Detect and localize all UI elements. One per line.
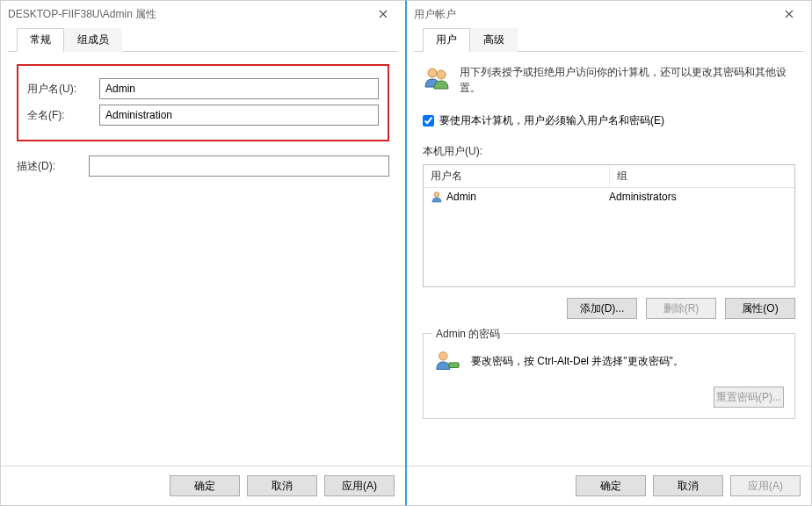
list-user-group: Administrators (609, 191, 677, 203)
highlighted-section: 用户名(U): 全名(F): (17, 64, 389, 141)
svg-point-3 (439, 352, 447, 360)
tab-general[interactable]: 常规 (17, 28, 64, 52)
column-username[interactable]: 用户名 (424, 165, 610, 187)
apply-button: 应用(A) (730, 475, 801, 496)
tabstrip: 常规 组成员 (8, 27, 398, 52)
username-row: 用户名(U): (27, 78, 379, 99)
list-user-name: Admin (446, 191, 476, 203)
dialog-body: 用下列表授予或拒绝用户访问你的计算机，还可以更改其密码和其他设置。 要使用本计算… (407, 52, 811, 466)
list-item[interactable]: Admin Administrators (424, 188, 794, 206)
svg-point-0 (428, 69, 437, 77)
username-label: 用户名(U): (27, 82, 99, 97)
apply-button[interactable]: 应用(A) (324, 475, 395, 496)
list-buttons-row: 添加(D)... 删除(R) 属性(O) (423, 298, 795, 319)
description-row: 用下列表授予或拒绝用户访问你的计算机，还可以更改其密码和其他设置。 (423, 64, 795, 96)
dialog-body: 用户名(U): 全名(F): 描述(D): (1, 52, 405, 466)
window-title: DESKTOP-FIIF38U\Admin 属性 (8, 7, 368, 22)
svg-point-1 (437, 70, 446, 79)
window-title: 用户帐户 (414, 7, 774, 22)
description-label: 描述(D): (17, 159, 89, 174)
password-groupbox: Admin 的密码 要改密码，按 Ctrl-Alt-Del 并选择"更改密码"。… (423, 333, 795, 419)
dialog-footer: 确定 取消 应用(A) (407, 466, 811, 505)
titlebar: DESKTOP-FIIF38U\Admin 属性 (1, 1, 405, 27)
description-row: 描述(D): (17, 155, 389, 177)
dialog-footer: 确定 取消 应用(A) (1, 466, 405, 505)
username-input[interactable] (99, 78, 379, 99)
titlebar: 用户帐户 (407, 1, 811, 27)
close-button[interactable] (774, 4, 804, 24)
svg-point-2 (434, 192, 439, 198)
key-user-icon (434, 348, 460, 374)
person-icon (431, 191, 443, 203)
user-accounts-dialog: 用户帐户 用户 高级 用下列表授予或拒绝用户访问你的计算机，还可以更改其密码和其… (406, 0, 812, 506)
description-text: 用下列表授予或拒绝用户访问你的计算机，还可以更改其密码和其他设置。 (460, 64, 795, 96)
close-icon (785, 10, 794, 18)
tab-advanced[interactable]: 高级 (470, 28, 518, 52)
tab-users[interactable]: 用户 (423, 28, 470, 52)
user-properties-button[interactable]: 属性(O) (725, 298, 795, 319)
description-input[interactable] (89, 155, 389, 177)
require-password-label: 要使用本计算机，用户必须输入用户名和密码(E) (439, 113, 664, 128)
password-instruction: 要改密码，按 Ctrl-Alt-Del 并选择"更改密码"。 (471, 354, 684, 369)
ok-button[interactable]: 确定 (170, 475, 240, 496)
fullname-row: 全名(F): (27, 105, 379, 126)
users-listview[interactable]: 用户名 组 Admin Administrators (423, 164, 795, 287)
users-icon (423, 64, 451, 92)
cancel-button[interactable]: 取消 (653, 475, 723, 496)
svg-rect-4 (449, 363, 459, 368)
add-user-button[interactable]: 添加(D)... (567, 298, 637, 319)
fullname-label: 全名(F): (27, 108, 99, 123)
groupbox-legend: Admin 的密码 (432, 327, 504, 342)
delete-user-button: 删除(R) (646, 298, 716, 319)
list-header: 用户名 组 (424, 165, 794, 188)
column-group[interactable]: 组 (610, 165, 795, 187)
reset-password-button: 重置密码(P)... (714, 387, 784, 408)
admin-properties-dialog: DESKTOP-FIIF38U\Admin 属性 常规 组成员 用户名(U): … (0, 0, 406, 506)
close-icon (379, 10, 388, 18)
local-users-label: 本机用户(U): (423, 144, 795, 159)
require-password-checkbox[interactable] (423, 115, 434, 126)
ok-button[interactable]: 确定 (576, 475, 646, 496)
tabstrip: 用户 高级 (414, 27, 804, 52)
require-password-row: 要使用本计算机，用户必须输入用户名和密码(E) (423, 113, 795, 128)
tab-members[interactable]: 组成员 (64, 28, 122, 52)
fullname-input[interactable] (99, 105, 379, 126)
list-body: Admin Administrators (424, 188, 794, 286)
cancel-button[interactable]: 取消 (247, 475, 317, 496)
close-button[interactable] (368, 4, 398, 24)
